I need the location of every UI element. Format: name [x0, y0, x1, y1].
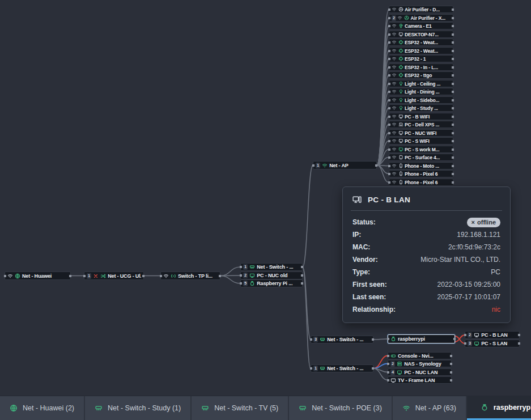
node-sw-a[interactable]: 1Net - Switch - ... — [240, 263, 303, 271]
port-number-badge: 5 — [243, 281, 248, 286]
wifi-icon — [392, 56, 397, 61]
wifi-icon — [392, 147, 397, 152]
wifi-icon — [392, 81, 397, 86]
node-label: PC - NUC old — [257, 273, 300, 278]
node-ap-pc-b-wifi[interactable]: PC - B WIFI — [389, 113, 453, 120]
wifi-icon — [392, 138, 397, 143]
node-sw-mid[interactable]: 3Net - Switch - ... — [311, 336, 373, 343]
divider — [351, 210, 502, 211]
node-ap-air-purifier-d[interactable]: Air Purifier - D... — [389, 6, 453, 13]
right-port — [452, 156, 454, 159]
left-port — [388, 99, 390, 101]
node-ap-pc-surface[interactable]: PC - Surface 4... — [389, 154, 453, 161]
right-port — [452, 149, 454, 151]
chip-icon — [398, 56, 403, 61]
wifi-icon — [392, 7, 397, 12]
right-port — [372, 338, 374, 341]
tab-net-switch-tv[interactable]: Net - Switch - TV (5) — [192, 396, 289, 420]
detail-row-ip: IP:192.168.1.121 — [343, 228, 510, 241]
node-ap-air-purifier-x[interactable]: 2Air Purifier - X... — [389, 14, 453, 22]
node-ap-pc-dell-xps[interactable]: PC - Dell XPS ... — [389, 121, 453, 128]
node-ap-light-dining[interactable]: Light - Dining ... — [389, 88, 453, 95]
left-port — [387, 363, 389, 365]
left-port — [388, 58, 390, 60]
wifi-icon — [392, 32, 397, 37]
node-ap-desktop[interactable]: DESKTOP-N7... — [389, 31, 453, 38]
detail-label: Type: — [352, 268, 370, 277]
wifi-icon — [7, 273, 13, 279]
chip-icon — [398, 40, 403, 45]
server-icon — [397, 361, 402, 367]
tab-net-huawei[interactable]: Net - Huawei (2) — [0, 396, 85, 420]
node-ap-camera-e1[interactable]: Camera - E1 — [389, 22, 453, 29]
right-port — [301, 274, 303, 277]
node-ap-pc-s-wifi[interactable]: PC - S WIFI — [389, 137, 453, 145]
left-port — [388, 124, 390, 126]
node-rpi-sel[interactable]: raspberrypi — [388, 334, 455, 343]
ethernet-icon — [299, 404, 307, 412]
right-port — [375, 164, 377, 167]
node-ap-pc-s-work[interactable]: PC - S work M... — [389, 146, 453, 153]
node-ap-phone-pixel6-a[interactable]: Phone - Pixel 6 — [389, 170, 453, 177]
node-nas[interactable]: 2NAS - Synology — [388, 360, 452, 367]
node-pc-s-lan[interactable]: 3PC - S LAN — [465, 340, 520, 347]
node-ap-phone-pixel6-b[interactable]: Phone - Pixel 6 — [389, 179, 453, 186]
ethernet-icon — [95, 404, 103, 412]
right-port — [452, 25, 454, 27]
left-port — [388, 9, 390, 11]
node-ap-esp32-weat1[interactable]: ESP32 - Weat... — [389, 39, 453, 46]
tab-net-switch-poe[interactable]: Net - Switch - POE (3) — [289, 396, 393, 420]
node-ap-esp32-in-l[interactable]: ESP32 - In - L... — [389, 63, 453, 71]
node-label: Phone - Moto ... — [405, 163, 451, 169]
node-ap-phone-moto[interactable]: Phone - Moto ... — [389, 162, 453, 169]
node-sw-bot[interactable]: 1Net - Switch - ... — [311, 364, 373, 372]
node-label: Air Purifier - D... — [405, 7, 451, 12]
node-label: Light - Ceiling ... — [405, 81, 451, 87]
tab-net-ap[interactable]: Net - AP (63) — [393, 396, 467, 420]
node-label: Net - UCG - Ul... — [108, 273, 141, 279]
node-console[interactable]: Console - Nvi... — [388, 352, 452, 359]
right-port — [452, 33, 454, 36]
node-ucg[interactable]: 1Net - UCG - Ul... — [84, 271, 144, 280]
node-net-ap[interactable]: 1Net - AP — [313, 161, 377, 169]
tab-raspberrypi[interactable]: raspberrypi (2) — [467, 396, 531, 420]
phone-icon — [398, 171, 403, 176]
node-ap-light-study[interactable]: Light - Study ... — [389, 104, 453, 112]
left-port — [160, 275, 162, 277]
left-port — [387, 355, 389, 357]
node-label: NAS - Synology — [404, 361, 449, 367]
right-port — [452, 9, 454, 11]
detail-value: Micro-Star INTL CO., LTD. — [420, 255, 500, 265]
node-pc-nuc-old[interactable]: 2PC - NUC old — [240, 271, 303, 279]
node-label: Light - Sidebo... — [405, 97, 451, 103]
right-port — [452, 58, 454, 60]
wifi-icon — [392, 97, 397, 103]
node-ap-pc-nuc-wifi[interactable]: PC - NUC WIFI — [389, 129, 453, 137]
node-ap-light-sidebo[interactable]: Light - Sidebo... — [389, 96, 453, 104]
right-port — [452, 99, 454, 101]
right-port — [219, 275, 221, 277]
left-port — [388, 149, 390, 151]
monitor-icon — [398, 32, 403, 37]
pc-icon — [352, 195, 362, 204]
bulb-icon — [398, 89, 403, 94]
x-icon: × — [471, 218, 475, 227]
tab-net-switch-study[interactable]: Net - Switch - Study (1) — [85, 396, 192, 420]
wifi-icon — [392, 155, 397, 160]
node-rpi-mid[interactable]: 5Raspberry Pi ... — [240, 279, 303, 287]
node-pc-b-lan[interactable]: 2PC - B LAN — [465, 331, 520, 339]
node-switchtp[interactable]: Switch - TP li... — [160, 271, 220, 280]
node-ap-light-ceiling[interactable]: Light - Ceiling ... — [389, 80, 453, 87]
raspberry-icon — [481, 404, 488, 411]
node-tv-frame[interactable]: TV - Frame LAN — [388, 376, 452, 384]
detail-label: First seen: — [352, 280, 387, 290]
node-huawei[interactable]: Net - Huawei — [5, 271, 71, 280]
node-pc-nuc-lan[interactable]: 4PC - NUC LAN — [388, 368, 452, 376]
detail-label: Last seen: — [352, 292, 386, 302]
node-ap-esp32-ttgo[interactable]: ESP32 - ttgo — [389, 71, 453, 79]
node-label: Net - Switch - ... — [327, 366, 371, 371]
node-ap-esp32-1[interactable]: ESP32 - 1 — [389, 55, 453, 62]
node-ap-esp32-weat2[interactable]: ESP32 - Weat... — [389, 47, 453, 54]
right-port — [452, 74, 454, 77]
right-port — [301, 282, 303, 285]
